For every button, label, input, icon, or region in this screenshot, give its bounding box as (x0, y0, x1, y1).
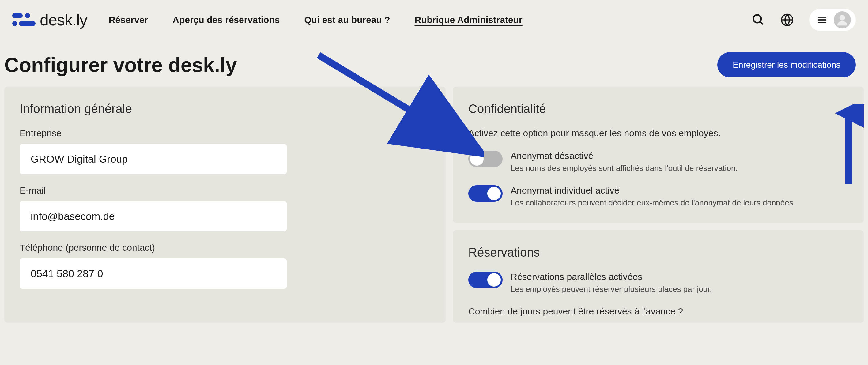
privacy-description: Activez cette option pour masquer les no… (468, 128, 848, 139)
avatar (834, 11, 851, 28)
svg-point-4 (753, 15, 762, 23)
right-column: Confidentialité Activez cette option pou… (453, 87, 864, 323)
search-icon (752, 13, 765, 27)
globe-icon (780, 13, 794, 27)
parallel-reservations-title: Réservations parallèles activées (510, 272, 848, 282)
phone-label: Téléphone (personne de contact) (20, 243, 430, 253)
header-right (752, 9, 856, 31)
email-label: E-mail (20, 185, 430, 196)
anonymity-off-text: Anonymat désactivé Les noms des employés… (510, 151, 848, 173)
anonymity-individual-sub: Les collaborateurs peuvent décider eux-m… (510, 198, 848, 208)
main-content: Information générale Entreprise E-mail T… (0, 87, 868, 323)
toggle-knob (470, 152, 484, 166)
days-advance-question: Combien de jours peuvent être réservés à… (468, 306, 848, 316)
svg-point-10 (839, 15, 845, 21)
nav-who-in-office[interactable]: Qui est au bureau ? (304, 15, 390, 25)
parallel-reservations-row: Réservations parallèles activées Les emp… (468, 272, 848, 294)
main-nav: Réserver Aperçu des réservations Qui est… (109, 15, 523, 25)
general-info-panel: Information générale Entreprise E-mail T… (4, 87, 446, 323)
privacy-title: Confidentialité (468, 102, 848, 116)
nav-overview[interactable]: Aperçu des réservations (173, 15, 280, 25)
svg-line-5 (760, 22, 763, 25)
privacy-panel: Confidentialité Activez cette option pou… (453, 87, 864, 223)
reservations-title: Réservations (468, 246, 848, 260)
anonymity-individual-text: Anonymat individuel activé Les collabora… (510, 185, 848, 208)
reservations-panel: Réservations Réservations parallèles act… (453, 230, 864, 323)
nav-reserve[interactable]: Réserver (109, 15, 148, 25)
logo-text: desk.ly (40, 11, 87, 29)
parallel-reservations-text: Réservations parallèles activées Les emp… (510, 272, 848, 294)
save-button[interactable]: Enregistrer les modifications (717, 52, 856, 78)
svg-point-1 (25, 13, 30, 18)
person-icon (836, 13, 849, 27)
language-button[interactable] (780, 13, 794, 27)
svg-rect-0 (12, 13, 23, 18)
menu-icon (816, 14, 828, 25)
phone-input[interactable] (20, 258, 287, 289)
anonymity-individual-title: Anonymat individuel activé (510, 185, 848, 196)
anonymity-off-row: Anonymat désactivé Les noms des employés… (468, 151, 848, 173)
email-input[interactable] (20, 201, 287, 232)
toggle-knob (487, 187, 501, 200)
page-header: Configurer votre desk.ly Enregistrer les… (0, 40, 868, 87)
search-button[interactable] (752, 13, 765, 27)
anonymity-off-sub: Les noms des employés sont affichés dans… (510, 163, 848, 173)
svg-point-2 (12, 21, 17, 26)
anonymity-off-title: Anonymat désactivé (510, 151, 848, 161)
anonymity-individual-row: Anonymat individuel activé Les collabora… (468, 185, 848, 208)
company-label: Entreprise (20, 128, 430, 139)
svg-rect-3 (19, 21, 35, 26)
parallel-reservations-sub: Les employés peuvent réserver plusieurs … (510, 284, 848, 294)
general-info-title: Information générale (20, 102, 430, 116)
app-header: desk.ly Réserver Aperçu des réservations… (0, 0, 868, 40)
nav-admin[interactable]: Rubrique Administrateur (415, 15, 523, 25)
logo-mark-icon (12, 13, 35, 27)
anonymity-off-toggle[interactable] (468, 151, 503, 167)
logo[interactable]: desk.ly (12, 11, 87, 29)
page-title: Configurer votre desk.ly (4, 53, 237, 77)
profile-menu[interactable] (809, 9, 856, 31)
toggle-knob (487, 273, 501, 286)
anonymity-individual-toggle[interactable] (468, 185, 503, 202)
company-input[interactable] (20, 144, 287, 174)
parallel-reservations-toggle[interactable] (468, 272, 503, 288)
